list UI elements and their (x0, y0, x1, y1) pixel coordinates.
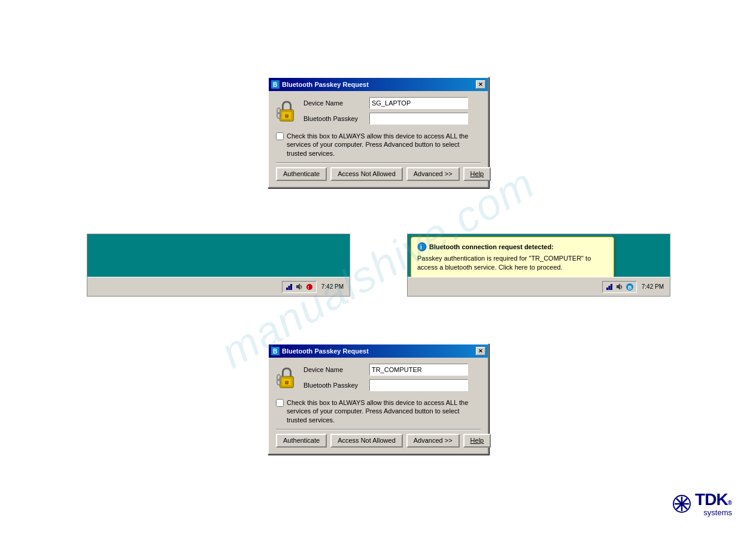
dialog-title-label-2: Bluetooth Passkey Request (282, 347, 369, 355)
title-text-1: B Bluetooth Passkey Request (271, 80, 369, 89)
taskbar-screenshot-left: ! 7:42 PM (87, 234, 350, 297)
desktop-left (87, 234, 350, 278)
bluetooth-tray-icon: B (626, 283, 634, 291)
svg-text:B: B (273, 348, 277, 355)
tdk-logo-inner: TDK® systems (672, 490, 732, 517)
tdk-brand: TDK® systems (695, 490, 732, 517)
checkbox-row-1: Check this box to ALWAYS allow this devi… (276, 132, 481, 158)
divider-2 (276, 429, 481, 430)
network-icon (285, 283, 293, 291)
tray-time-left: 7:42 PM (319, 282, 346, 291)
network-icon-right (605, 283, 614, 291)
taskbar-right: B 7:42 PM (408, 277, 670, 296)
device-name-input-1[interactable] (369, 97, 468, 109)
taskbar-left: ! 7:42 PM (87, 277, 350, 296)
icon-area-2: Device Name Bluetooth Passkey (276, 364, 481, 395)
device-name-row-2: Device Name (303, 364, 481, 376)
dialog-passkey-1: B Bluetooth Passkey Request ✕ Device Na (268, 77, 489, 188)
passkey-label-2: Bluetooth Passkey (303, 382, 369, 389)
tdk-gear-icon (672, 494, 691, 513)
dialog-content-2: Device Name Bluetooth Passkey Check this… (269, 358, 488, 454)
notification-title: i Bluetooth connection request detected: (417, 242, 608, 252)
svg-point-27 (286, 381, 288, 383)
bluetooth-notification-icon: i (417, 242, 427, 252)
bluetooth-title-icon: B (271, 80, 280, 89)
passkey-row-2: Bluetooth Passkey (303, 379, 481, 391)
tdk-name: TDK (695, 490, 728, 509)
dialog-passkey-2: B Bluetooth Passkey Request ✕ Device Nam… (268, 343, 489, 455)
lock-icon-1 (276, 99, 297, 123)
svg-rect-16 (606, 288, 608, 290)
form-fields-2: Device Name Bluetooth Passkey (303, 364, 481, 395)
speaker-icon (295, 283, 303, 291)
device-name-input-2[interactable] (369, 364, 468, 376)
svg-rect-8 (286, 288, 288, 290)
authenticate-button-2[interactable]: Authenticate (276, 434, 327, 448)
title-text-2: B Bluetooth Passkey Request (271, 347, 369, 355)
tray-icons-left: ! (282, 281, 317, 293)
tray-time-right: 7:42 PM (639, 282, 666, 291)
svg-text:!: ! (308, 285, 309, 290)
device-name-row-1: Device Name (303, 97, 481, 109)
svg-text:B: B (273, 81, 277, 88)
device-name-label-2: Device Name (303, 366, 369, 373)
svg-point-14 (418, 243, 426, 251)
button-row-1: Authenticate Access Not Allowed Advanced… (276, 167, 481, 181)
close-button-1[interactable]: ✕ (476, 80, 485, 89)
taskbar-screenshot-right: i Bluetooth connection request detected:… (407, 234, 670, 297)
advanced-button-1[interactable]: Advanced >> (406, 167, 460, 181)
form-fields-1: Device Name Bluetooth Passkey (303, 97, 481, 128)
help-button-2[interactable]: Help (463, 434, 491, 448)
svg-marker-19 (617, 283, 620, 290)
tdk-registered: ® (728, 500, 732, 506)
access-not-allowed-button-2[interactable]: Access Not Allowed (330, 434, 403, 448)
passkey-input-1[interactable] (369, 113, 468, 125)
close-button-2[interactable]: ✕ (476, 347, 485, 355)
button-row-2: Authenticate Access Not Allowed Advanced… (276, 434, 481, 448)
svg-marker-11 (296, 283, 300, 290)
titlebar-1: B Bluetooth Passkey Request ✕ (269, 78, 488, 91)
tray-icons-right: B (602, 281, 637, 293)
bluetooth-title-icon-2: B (271, 347, 280, 355)
passkey-label-1: Bluetooth Passkey (303, 115, 369, 122)
icon-area-1: Device Name Bluetooth Passkey (276, 97, 481, 128)
checkbox-text-1: Check this box to ALWAYS allow this devi… (287, 132, 481, 158)
svg-rect-10 (290, 284, 292, 290)
svg-text:i: i (420, 244, 422, 250)
access-not-allowed-button-1[interactable]: Access Not Allowed (330, 167, 403, 181)
always-allow-checkbox-2[interactable] (276, 399, 284, 407)
notification-title-text: Bluetooth connection request detected: (429, 243, 554, 250)
tdk-systems: systems (695, 508, 732, 517)
tdk-logo: TDK® systems (672, 490, 732, 517)
titlebar-2: B Bluetooth Passkey Request ✕ (269, 344, 488, 358)
authenticate-button-1[interactable]: Authenticate (276, 167, 327, 181)
svg-rect-9 (288, 286, 290, 290)
passkey-row-1: Bluetooth Passkey (303, 113, 481, 125)
svg-text:B: B (628, 285, 632, 291)
advanced-button-2[interactable]: Advanced >> (406, 434, 460, 448)
device-name-label-1: Device Name (303, 99, 369, 107)
antivirus-icon: ! (305, 283, 314, 291)
lock-icon-2 (276, 366, 297, 390)
notification-bubble[interactable]: i Bluetooth connection request detected:… (411, 237, 614, 278)
help-button-1[interactable]: Help (463, 167, 491, 181)
checkbox-text-2: Check this box to ALWAYS allow this devi… (287, 398, 481, 424)
dialog-content-1: Device Name Bluetooth Passkey Check this… (269, 91, 488, 187)
svg-point-35 (680, 502, 684, 506)
dialog-title-label-1: Bluetooth Passkey Request (282, 81, 369, 88)
divider-1 (276, 162, 481, 164)
speaker-icon-right (615, 283, 624, 291)
svg-point-5 (286, 114, 288, 117)
checkbox-row-2: Check this box to ALWAYS allow this devi… (276, 398, 481, 424)
svg-rect-18 (611, 284, 612, 290)
always-allow-checkbox-1[interactable] (276, 132, 284, 140)
passkey-input-2[interactable] (369, 379, 468, 391)
notification-body-text: Passkey authentication is required for "… (417, 254, 608, 273)
svg-rect-17 (608, 286, 610, 290)
